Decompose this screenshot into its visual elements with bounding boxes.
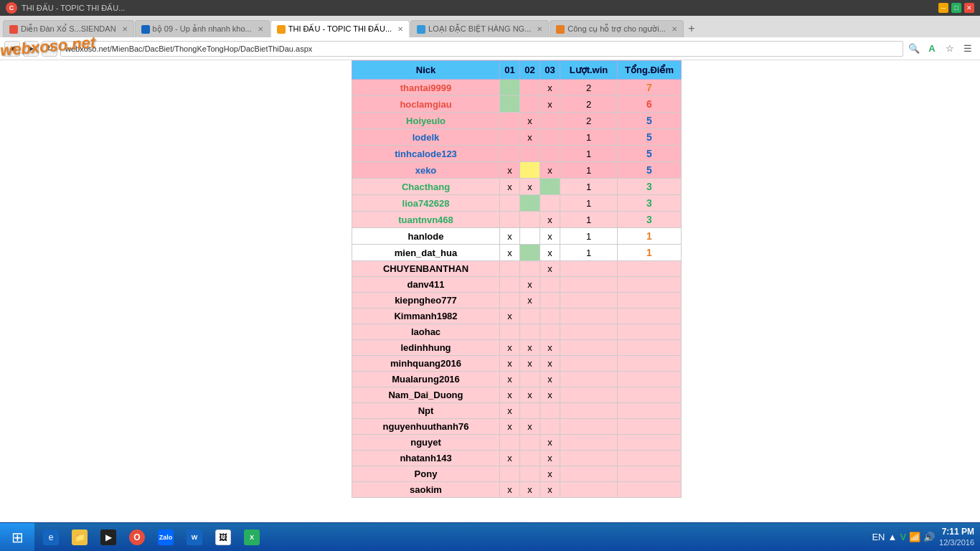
taskbar-media[interactable]: ▶ xyxy=(95,525,122,550)
cell-score xyxy=(618,403,682,419)
table-row: Chacthangxx13 xyxy=(352,179,682,195)
cell-win xyxy=(560,372,618,387)
cell-col-3: x xyxy=(540,162,560,179)
ie-icon: e xyxy=(43,529,59,545)
cell-win xyxy=(560,324,618,340)
back-button[interactable]: ◀ xyxy=(4,41,20,57)
nav-right: 🔍 A ☆ ☰ xyxy=(906,41,976,57)
cell-col-3: x xyxy=(540,340,560,356)
table-row: Ponyx xyxy=(352,466,682,482)
cell-score: 6 xyxy=(618,96,682,113)
cell-win: 1 xyxy=(560,162,618,179)
cell-score xyxy=(618,419,682,435)
table-row: kiepngheo777x xyxy=(352,293,682,309)
cell-col-2: x xyxy=(520,113,540,129)
cell-col-3 xyxy=(540,403,560,419)
cell-score xyxy=(618,356,682,372)
cell-score: 5 xyxy=(618,162,682,179)
bookmark-icon[interactable]: ☆ xyxy=(942,41,958,57)
cell-nick: Pony xyxy=(352,466,500,482)
cell-nick: CHUYENBANTHAN xyxy=(352,261,500,277)
page-content[interactable]: Nick 01 02 03 Lượt.win Tổng.Điểm thantai… xyxy=(0,60,980,522)
table-row: lioa74262813 xyxy=(352,195,682,212)
address-bar[interactable]: webxoso.net/MienBac/DacBiet/ThongKeTongH… xyxy=(60,41,903,57)
cell-nick: Mualarung2016 xyxy=(352,372,500,387)
forward-button[interactable]: ▶ xyxy=(23,41,39,57)
cell-nick: mien_dat_hua xyxy=(352,245,500,261)
col-03: 03 xyxy=(540,61,560,80)
menu-icon[interactable]: ☰ xyxy=(960,41,976,57)
tab-close-2[interactable]: ✕ xyxy=(258,25,263,33)
table-row: minhquang2016xxx xyxy=(352,356,682,372)
cell-col-2 xyxy=(520,372,540,387)
cell-col-1 xyxy=(500,212,520,228)
cell-col-1: x xyxy=(500,356,520,372)
cell-nick: nguyet xyxy=(352,435,500,451)
table-row: nguyetx xyxy=(352,435,682,451)
table-row: nhatanh143xx xyxy=(352,451,682,466)
window-controls[interactable]: ─ □ ✕ xyxy=(938,3,974,13)
tab-label-1: Diễn Đàn Xổ S...SIENDAN xyxy=(21,24,116,34)
cell-nick: laohac xyxy=(352,324,500,340)
cell-col-1 xyxy=(500,80,520,96)
tab-2[interactable]: bộ 09 - Up ảnh nhanh kho... ✕ xyxy=(135,20,270,37)
tab-3[interactable]: THI ĐẤU - TOPIC THI ĐẤU... ✕ xyxy=(270,20,410,37)
tab-favicon-3 xyxy=(277,25,286,34)
cell-col-2: x xyxy=(520,482,540,498)
cell-col-1: x xyxy=(500,162,520,179)
taskbar-paint[interactable]: 🖼 xyxy=(209,525,237,550)
cell-win: 2 xyxy=(560,96,618,113)
tab-close-3[interactable]: ✕ xyxy=(397,25,403,33)
windows-icon: ⊞ xyxy=(11,529,24,546)
cell-col-1: x xyxy=(500,309,520,324)
new-tab-button[interactable]: + xyxy=(684,22,699,36)
table-row: hanlodexx11 xyxy=(352,228,682,245)
cell-score xyxy=(618,261,682,277)
cell-win xyxy=(560,466,618,482)
cell-col-1 xyxy=(500,324,520,340)
maximize-button[interactable]: □ xyxy=(951,3,961,13)
cell-nick: nhatanh143 xyxy=(352,451,500,466)
taskbar-zalo[interactable]: Zalo xyxy=(152,525,179,550)
tab-5[interactable]: Công cụ hỗ trợ cho người... ✕ xyxy=(550,20,684,37)
tab-1[interactable]: Diễn Đàn Xổ S...SIENDAN ✕ xyxy=(3,20,134,37)
cell-nick: lodelk xyxy=(352,129,500,146)
cell-col-3: x xyxy=(540,228,560,245)
start-button[interactable]: ⊞ xyxy=(0,523,34,552)
taskbar-excel[interactable]: X xyxy=(238,525,265,550)
cell-col-1 xyxy=(500,261,520,277)
cell-col-2 xyxy=(520,435,540,451)
address-text: webxoso.net/MienBac/DacBiet/ThongKeTongH… xyxy=(65,44,312,53)
tab-close-1[interactable]: ✕ xyxy=(122,25,128,33)
up-arrow-icon[interactable]: ▲ xyxy=(888,532,897,542)
tab-favicon-2 xyxy=(141,25,150,34)
refresh-button[interactable]: ↻ xyxy=(42,41,57,57)
cell-win: 1 xyxy=(560,212,618,228)
taskbar-word[interactable]: W xyxy=(181,525,208,550)
close-button[interactable]: ✕ xyxy=(964,3,974,13)
tab-close-5[interactable]: ✕ xyxy=(672,25,677,33)
tab-close-4[interactable]: ✕ xyxy=(537,25,542,33)
table-row: CHUYENBANTHANx xyxy=(352,261,682,277)
zoom-icon[interactable]: 🔍 xyxy=(906,41,922,57)
cell-col-3: x xyxy=(540,372,560,387)
taskbar-ie[interactable]: e xyxy=(37,525,65,550)
cell-score: 1 xyxy=(618,228,682,245)
tab-label-2: bộ 09 - Up ảnh nhanh kho... xyxy=(153,24,252,34)
cell-win xyxy=(560,482,618,498)
cell-col-2 xyxy=(520,403,540,419)
translate-icon[interactable]: A xyxy=(924,41,940,57)
cell-col-2 xyxy=(520,324,540,340)
cell-win xyxy=(560,340,618,356)
taskbar-opera[interactable]: O xyxy=(123,525,151,550)
cell-col-3: x xyxy=(540,245,560,261)
cell-score xyxy=(618,277,682,293)
cell-col-3 xyxy=(540,293,560,309)
cell-col-2: x xyxy=(520,179,540,195)
tab-4[interactable]: LOẠI ĐẶC BIỆT HÀNG NG... ✕ xyxy=(410,20,549,37)
cell-col-2 xyxy=(520,146,540,162)
title-bar-left: C THI ĐẤU - TOPIC THI ĐẤU... xyxy=(6,2,125,14)
taskbar-explorer[interactable]: 📁 xyxy=(66,525,93,550)
minimize-button[interactable]: ─ xyxy=(938,3,948,13)
table-row: saokimxxx xyxy=(352,482,682,498)
